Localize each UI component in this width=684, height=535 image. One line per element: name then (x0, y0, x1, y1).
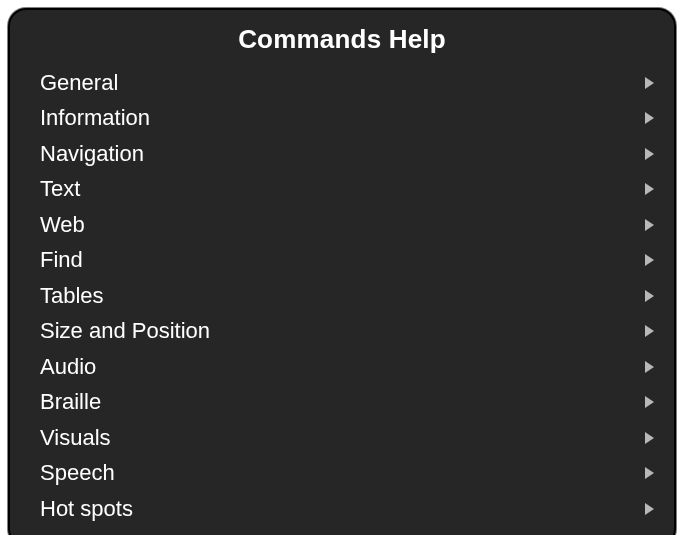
commands-menu: General Information Navigation Text Web … (10, 65, 674, 527)
panel-title: Commands Help (10, 24, 674, 55)
menu-item-label: Visuals (40, 425, 111, 451)
chevron-right-icon (645, 254, 654, 266)
menu-item-information[interactable]: Information (10, 101, 674, 137)
chevron-right-icon (645, 467, 654, 479)
menu-item-tables[interactable]: Tables (10, 278, 674, 314)
menu-item-label: Find (40, 247, 83, 273)
chevron-right-icon (645, 183, 654, 195)
menu-item-label: Size and Position (40, 318, 210, 344)
menu-item-web[interactable]: Web (10, 207, 674, 243)
menu-item-visuals[interactable]: Visuals (10, 420, 674, 456)
commands-help-panel: Commands Help General Information Naviga… (8, 8, 676, 535)
menu-item-hot-spots[interactable]: Hot spots (10, 491, 674, 527)
menu-item-size-and-position[interactable]: Size and Position (10, 314, 674, 350)
menu-item-label: General (40, 70, 118, 96)
chevron-right-icon (645, 325, 654, 337)
menu-item-label: Text (40, 176, 80, 202)
menu-item-braille[interactable]: Braille (10, 385, 674, 421)
chevron-right-icon (645, 290, 654, 302)
chevron-right-icon (645, 148, 654, 160)
menu-item-label: Information (40, 105, 150, 131)
menu-item-navigation[interactable]: Navigation (10, 136, 674, 172)
menu-item-find[interactable]: Find (10, 243, 674, 279)
chevron-right-icon (645, 396, 654, 408)
chevron-right-icon (645, 432, 654, 444)
menu-item-label: Audio (40, 354, 96, 380)
menu-item-label: Hot spots (40, 496, 133, 522)
menu-item-label: Web (40, 212, 85, 238)
menu-item-text[interactable]: Text (10, 172, 674, 208)
menu-item-label: Navigation (40, 141, 144, 167)
chevron-right-icon (645, 112, 654, 124)
menu-item-label: Braille (40, 389, 101, 415)
menu-item-label: Tables (40, 283, 104, 309)
menu-item-label: Speech (40, 460, 115, 486)
chevron-right-icon (645, 77, 654, 89)
menu-item-speech[interactable]: Speech (10, 456, 674, 492)
chevron-right-icon (645, 361, 654, 373)
chevron-right-icon (645, 503, 654, 515)
menu-item-audio[interactable]: Audio (10, 349, 674, 385)
chevron-right-icon (645, 219, 654, 231)
menu-item-general[interactable]: General (10, 65, 674, 101)
